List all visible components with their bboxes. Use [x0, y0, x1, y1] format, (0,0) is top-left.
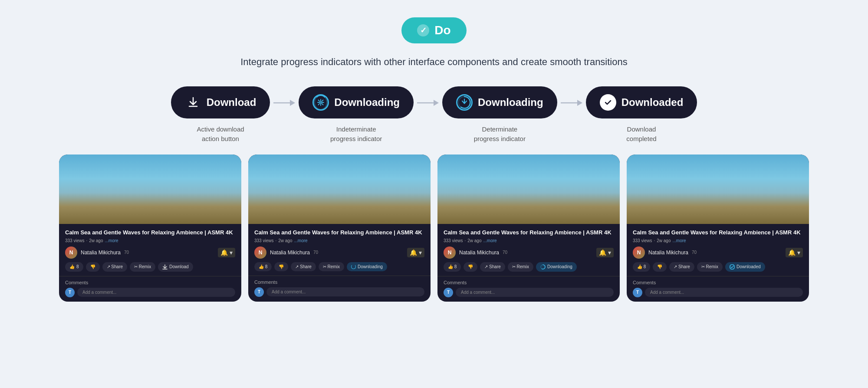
channel-info-2: N Natalia Mikichura 70: [254, 247, 318, 259]
download-button[interactable]: Download: [171, 86, 270, 118]
dislike-btn-3[interactable]: 👎: [464, 262, 477, 272]
channel-name-3: Natalia Mikichura: [459, 250, 499, 256]
channel-name-2: Natalia Mikichura: [270, 250, 310, 256]
download-icon: [185, 94, 201, 111]
comment-avatar-4: T: [633, 288, 642, 297]
downloading-indeterminate-button[interactable]: Downloading: [299, 86, 414, 118]
dislike-btn-2[interactable]: 👎: [274, 262, 288, 271]
downloading-det-btn-3[interactable]: Downloading: [536, 262, 577, 272]
svg-point-2: [319, 101, 322, 104]
determinate-icon: [456, 94, 473, 111]
comment-input-2[interactable]: Add a comment...: [266, 287, 424, 296]
channel-info-4: N Natalia Mikichura 70: [633, 247, 697, 259]
share-btn-4[interactable]: ↗ Share: [669, 262, 694, 272]
indeterminate-icon: [312, 94, 329, 111]
notif-btn-1[interactable]: 🔔 ▾: [218, 248, 235, 257]
comment-avatar-1: T: [65, 288, 75, 297]
downloading-indeterminate-label: Downloading: [334, 96, 400, 109]
like-btn-2[interactable]: 👍 8: [254, 262, 272, 271]
svg-marker-8: [577, 100, 582, 106]
video-thumbnail-2: [248, 155, 431, 224]
video-title-4: Calm Sea and Gentle Waves for Relaxing A…: [633, 229, 803, 237]
action-row-3: 👍 8 👎 ↗ Share ✂ Remix Downloading: [444, 262, 614, 272]
comment-input-row-1: T Add a comment...: [65, 288, 235, 297]
do-label: Do: [434, 23, 450, 37]
channel-subs-3: 70: [503, 250, 507, 255]
share-btn-1[interactable]: ↗ Share: [102, 262, 127, 272]
channel-row-3: N Natalia Mikichura 70 🔔 ▾: [444, 247, 614, 259]
subtitle-text: Integrate progress indicators with other…: [240, 56, 627, 69]
video-title-2: Calm Sea and Gentle Waves for Relaxing A…: [254, 229, 424, 237]
like-btn-3[interactable]: 👍 8: [444, 262, 461, 272]
comments-1: Comments T Add a comment...: [59, 276, 241, 302]
state-indeterminate-label: Indeterminate progress indicator: [330, 125, 382, 144]
channel-subs-4: 70: [692, 250, 697, 255]
comments-label-3: Comments: [444, 280, 614, 285]
action-row-1: 👍 8 👎 ↗ Share ✂ Remix Download: [65, 262, 235, 272]
notif-btn-3[interactable]: 🔔 ▾: [596, 248, 614, 257]
state-completed: Downloaded Download completed: [586, 86, 697, 144]
downloaded-btn-4[interactable]: Downloaded: [725, 262, 765, 272]
downloading-btn-2[interactable]: Downloading: [347, 262, 387, 271]
comments-4: Comments T Add a comment...: [627, 276, 809, 302]
action-row-4: 👍 8 👎 ↗ Share ✂ Remix Downloaded: [633, 262, 803, 272]
remix-btn-3[interactable]: ✂ Remix: [508, 262, 533, 272]
state-determinate: Downloading Determinate progress indicat…: [442, 86, 557, 144]
dislike-btn-4[interactable]: 👎: [653, 262, 667, 272]
video-meta-4: 333 views · 2w ago ...more: [633, 238, 803, 243]
avatar-3: N: [444, 247, 456, 259]
video-thumbnail-3: [437, 155, 620, 224]
remix-btn-1[interactable]: ✂ Remix: [130, 262, 155, 272]
phone-card-3: Calm Sea and Gentle Waves for Relaxing A…: [437, 155, 620, 302]
comment-input-row-2: T Add a comment...: [254, 287, 424, 297]
notif-btn-4[interactable]: 🔔 ▾: [786, 248, 803, 257]
channel-info-1: N Natalia Mikichura 70: [65, 247, 129, 259]
comment-input-1[interactable]: Add a comment...: [77, 288, 235, 297]
downloaded-button[interactable]: Downloaded: [586, 86, 697, 118]
comment-input-4[interactable]: Add a comment...: [645, 288, 803, 297]
like-btn-4[interactable]: 👍 8: [633, 262, 650, 272]
do-badge: ✓ Do: [401, 17, 466, 43]
state-determinate-label: Determinate progress indicator: [474, 125, 526, 144]
channel-row-2: N Natalia Mikichura 70 🔔 ▾: [254, 247, 424, 259]
downloading-determinate-button[interactable]: Downloading: [442, 86, 557, 118]
comment-input-row-4: T Add a comment...: [633, 288, 803, 297]
avatar-4: N: [633, 247, 645, 259]
share-btn-3[interactable]: ↗ Share: [480, 262, 505, 272]
state-completed-label: Download completed: [626, 125, 656, 144]
like-btn-1[interactable]: 👍 8: [65, 262, 83, 272]
comments-label-2: Comments: [254, 279, 424, 285]
channel-name-1: Natalia Mikichura: [81, 250, 121, 256]
comment-avatar-3: T: [444, 288, 453, 297]
avatar-2: N: [254, 247, 266, 259]
comments-3: Comments T Add a comment...: [437, 276, 620, 302]
svg-marker-1: [290, 100, 295, 106]
comments-label-4: Comments: [633, 280, 803, 285]
channel-name-4: Natalia Mikichura: [648, 250, 688, 256]
download-label: Download: [207, 96, 256, 109]
phone-card-2: Calm Sea and Gentle Waves for Relaxing A…: [248, 155, 431, 302]
comment-avatar-2: T: [254, 287, 264, 297]
downloaded-label: Downloaded: [621, 96, 684, 109]
dislike-btn-1[interactable]: 👎: [86, 262, 100, 272]
phone-card-4: Calm Sea and Gentle Waves for Relaxing A…: [627, 155, 809, 302]
downloading-determinate-label: Downloading: [478, 96, 543, 109]
video-meta-1: 333 views · 2w ago ...more: [65, 238, 235, 243]
phone-content-4: Calm Sea and Gentle Waves for Relaxing A…: [627, 224, 809, 272]
channel-subs-1: 70: [124, 250, 129, 255]
avatar-1: N: [65, 247, 77, 259]
remix-btn-4[interactable]: ✂ Remix: [697, 262, 723, 272]
comment-input-3[interactable]: Add a comment...: [456, 288, 614, 297]
channel-row-4: N Natalia Mikichura 70 🔔 ▾: [633, 247, 803, 259]
notif-btn-2[interactable]: 🔔 ▾: [407, 248, 424, 257]
state-download-label: Active download action button: [197, 125, 244, 144]
states-row: Download Active download action button: [17, 86, 851, 144]
video-meta-2: 333 views · 2w ago ...more: [254, 238, 424, 243]
phone-content-1: Calm Sea and Gentle Waves for Relaxing A…: [59, 224, 241, 272]
share-btn-2[interactable]: ↗ Share: [291, 262, 316, 271]
download-btn-1[interactable]: Download: [158, 262, 193, 272]
state-indeterminate: Downloading Indeterminate progress indic…: [299, 86, 414, 144]
channel-row-1: N Natalia Mikichura 70 🔔 ▾: [65, 247, 235, 259]
remix-btn-2[interactable]: ✂ Remix: [319, 262, 344, 271]
comments-2: Comments T Add a comment...: [248, 276, 431, 301]
